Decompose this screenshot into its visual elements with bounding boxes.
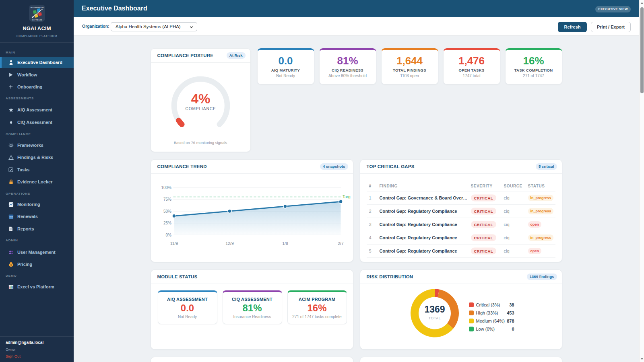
svg-text:50%: 50% [163,209,171,214]
svg-text:0%: 0% [165,233,171,237]
svg-text:2/7: 2/7 [338,241,344,246]
svg-text:12/9: 12/9 [225,241,234,246]
svg-text:NEXT-GENERATIONS: NEXT-GENERATIONS [31,7,44,8]
svg-text:1369: 1369 [424,304,445,315]
svg-text:S O F T W A R E: S O F T W A R E [32,19,42,21]
svg-text:4%: 4% [191,91,210,106]
svg-text:75%: 75% [163,197,171,202]
svg-text:11/9: 11/9 [170,241,178,246]
svg-text:TOTAL: TOTAL [428,316,441,320]
svg-text:1/8: 1/8 [282,241,288,246]
svg-text:COMPLIANCE: COMPLIANCE [185,107,216,111]
svg-text:Targ: Targ [343,195,350,199]
svg-text:25%: 25% [163,221,171,225]
svg-text:100%: 100% [161,185,171,190]
